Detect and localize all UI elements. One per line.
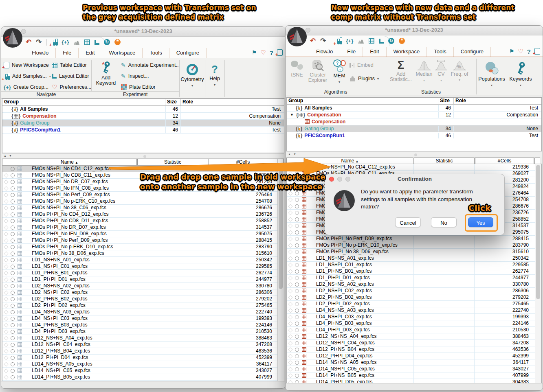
sample-row-ld2-pi-pi-d02-exp-fcs[interactable]: LD2_PI+PI_D02_exp.fcs275465 [287,301,541,307]
compensation-grid-icon[interactable] [18,232,22,236]
menu-item-configure[interactable]: Configure [454,47,491,57]
gate-circle-icon[interactable] [295,211,299,215]
ungated-diamond-icon[interactable] [4,290,8,295]
menu-item-workspace[interactable]: Workspace [102,48,143,58]
compensation-grid-icon[interactable] [302,204,306,208]
sample-row-fmos-ns-pi-no-38-c06-exp-fcs[interactable]: FMOs NS+PI_No 38_C06_exp.fcs286676 [2,205,284,211]
title-bar[interactable]: *unsaved* 13-Dec-2023 [1,27,285,37]
compensation-grid-icon[interactable] [302,256,306,261]
ungated-diamond-icon[interactable] [4,355,8,360]
gate-circle-icon[interactable] [11,232,15,236]
sample-row-ld14-ns-pi-c05-exp-fcs[interactable]: LD14_NS+PI_C05_exp.fcs343027 [287,366,541,372]
group-row-gating-group[interactable]: {}Gating Group34None [287,125,541,132]
group-row-pficscomprun1[interactable]: {}PFICSCompRun146Test [2,127,284,134]
gate-circle-icon[interactable] [295,322,299,326]
gate-circle-icon[interactable] [11,362,15,366]
sample-row-ld14-pi-ns-b05-exp-fcs[interactable]: LD14_PI+NS_B05_exp.fcs407999 [2,374,284,381]
ungated-diamond-icon[interactable] [4,180,8,184]
ungated-diamond-icon[interactable] [288,263,292,267]
compensation-grid-icon[interactable] [18,277,22,282]
ungated-diamond-icon[interactable] [4,362,8,366]
ungated-diamond-icon[interactable] [4,271,8,275]
plugins-button[interactable]: Plugins ▾ [349,74,379,83]
ungated-diamond-icon[interactable] [288,373,292,378]
compensation-grid-icon[interactable] [302,347,306,352]
tsne-button[interactable]: tSNE [289,59,305,78]
add-samples-icon[interactable]: + [336,37,342,44]
menu-item-edit[interactable]: Edit [79,48,102,58]
sample-row-ld1-ns-ns-a01-exp-fcs[interactable]: LD1_NS+NS_A01_exp.fcs250342 [2,257,284,263]
sample-row-ld1-pi-pi-d01-exp-fcs[interactable]: LD1_PI+PI_D01_exp.fcs244977 [287,275,541,281]
ungated-diamond-icon[interactable] [4,199,8,204]
gate-circle-icon[interactable] [11,369,15,373]
vertical-scrollbar[interactable] [277,166,284,381]
create-group-icon[interactable]: {+} [62,39,69,45]
gate-circle-icon[interactable] [295,341,299,345]
gate-circle-icon[interactable] [295,328,299,332]
ungated-diamond-icon[interactable] [4,375,8,379]
histogram-icon[interactable] [73,39,80,45]
sample-row-ld14-ns-ns-a05-exp-fcs[interactable]: LD14_NS+NS_A05_exp.fcs364117 [2,361,284,368]
ungated-diamond-icon[interactable] [4,277,8,282]
compensation-grid-icon[interactable] [18,199,22,204]
ungated-diamond-icon[interactable] [288,347,292,352]
annotate-experiment-button[interactable]: ✎ Annotate Experiment... [121,60,180,70]
ungated-diamond-icon[interactable] [4,212,8,217]
sample-row-ld12-pi-ns-b04-exp-fcs[interactable]: LD12_PI+NS_B04_exp.fcs463536 [287,346,541,353]
favorites-heart-icon[interactable]: ♡ [260,49,266,56]
embed-button[interactable]: Embed [349,60,379,70]
sample-row-fmos-ns-pi-no-cd4-c12-exp-fcs[interactable]: FMOs NS+PI_No CD4_C12_exp.fcs219336 [2,166,284,172]
sample-row-ld12-pi-ns-b04-exp-fcs[interactable]: LD12_PI+NS_B04_exp.fcs463536 [2,348,284,355]
ungated-diamond-icon[interactable] [288,328,292,332]
compensation-grid-icon[interactable] [302,269,306,274]
sample-row-fmos-pi-pi-no-perf-d09-exp-fcs[interactable]: FMOs PI+PI_No Perf_D09_exp.fcs288415 [2,237,284,244]
sample-row-ld12-ns-ns-a04-exp-fcs[interactable]: LD12_NS+NS_A04_exp.fcs388463 [2,335,284,342]
create-group-button[interactable]: {+} Create Group... [4,82,51,92]
sample-row-ld1-ns-ns-a01-exp-fcs[interactable]: LD1_NS+NS_A01_exp.fcs250342 [287,255,541,262]
compensation-grid-icon[interactable] [302,276,306,280]
no-button[interactable]: No [431,217,457,227]
gate-circle-icon[interactable] [11,245,15,249]
group-row-pficscomprun1[interactable]: {}PFICSCompRun146Test [287,132,541,139]
role-column-header[interactable]: Role [181,99,284,105]
gate-circle-icon[interactable] [295,367,299,371]
gate-circle-icon[interactable] [295,256,299,261]
cytometry-icon[interactable]: ↻ [104,39,110,45]
compensation-grid-icon[interactable] [18,290,22,295]
gate-circle-icon[interactable] [11,297,15,301]
ungated-diamond-icon[interactable] [4,336,8,340]
median-button[interactable]: Median ▾ [415,59,433,83]
cytometry-icon[interactable]: ↻ [388,38,394,44]
compensation-grid-icon[interactable] [18,225,22,230]
compensation-grid-icon[interactable] [302,243,306,247]
gate-circle-icon[interactable] [295,354,299,358]
gate-circle-icon[interactable] [295,250,299,254]
compensation-grid-icon[interactable] [18,258,22,262]
compensation-grid-icon[interactable] [18,368,22,373]
sample-row-ld2-ns-ns-a02-exp-fcs[interactable]: LD2_NS+NS_A02_exp.fcs330780 [2,283,284,289]
compensation-grid-icon[interactable] [18,375,22,379]
bookmark-icon[interactable]: ⚑ [252,49,257,56]
gate-circle-icon[interactable] [11,343,15,347]
redo-icon[interactable]: ↷ [320,37,326,44]
menu-item-flowjo[interactable]: FlowJo [25,48,56,58]
sample-row-fmos-ns-pi-no-p-erk-c10-exp-fcs[interactable]: FMOs NS+PI_No p-ERK_C10_exp.fcs254708 [2,198,284,205]
freq-of-button[interactable]: % Freq. of ▾ [449,59,470,83]
gate-circle-icon[interactable] [295,269,299,274]
ungated-diamond-icon[interactable] [288,367,292,371]
gate-circle-icon[interactable] [295,335,299,339]
gate-circle-icon[interactable] [11,323,15,327]
gate-circle-icon[interactable] [295,230,299,234]
preferences-icon[interactable]: * [114,39,121,45]
compensation-grid-icon[interactable] [302,354,306,358]
preferences-button[interactable]: ♡ Preferences... [52,82,91,92]
sample-row-fmos-pi-pi-no-p-erk-d10-exp-fcs[interactable]: FMOs PI+PI_No p-ERK_D10_exp.fcs283790 [287,242,541,249]
group-column-header[interactable]: Group [2,99,165,105]
gate-circle-icon[interactable] [11,349,15,353]
ungated-diamond-icon[interactable] [288,217,292,221]
ungated-diamond-icon[interactable] [4,245,8,249]
compensation-grid-icon[interactable] [18,284,22,288]
sample-row-ld1-pi-pi-d01-exp-fcs[interactable]: LD1_PI+PI_D01_exp.fcs244977 [2,276,284,283]
group-row-compensation[interactable]: Compensation [287,118,541,125]
new-workspace-button[interactable]: + New Workspace [4,60,51,70]
